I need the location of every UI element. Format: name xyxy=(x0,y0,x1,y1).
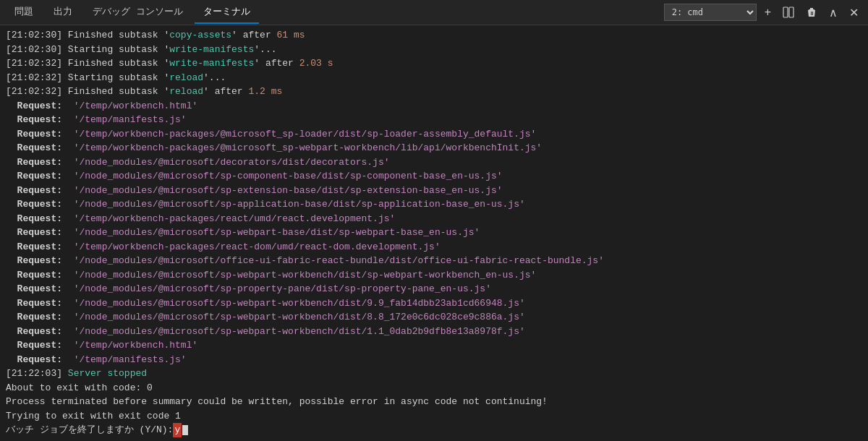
chevron-up-button[interactable]: ∧ xyxy=(825,4,841,21)
svg-rect-0 xyxy=(783,7,788,17)
tab-bar-controls: 2: cmd 1: bash 3: powershell + ∧ ✕ xyxy=(664,4,862,21)
req-15: Request: '/node_modules/@microsoft/sp-we… xyxy=(6,296,862,311)
req-19: Request: '/temp/manifests.js' xyxy=(6,353,862,367)
req-6: Request: '/node_modules/@microsoft/sp-co… xyxy=(6,169,862,184)
req-2: Request: '/temp/manifests.js' xyxy=(6,113,862,127)
exit-code-1-line: Trying to exit with exit code 1 xyxy=(6,409,862,424)
svg-rect-1 xyxy=(789,7,793,17)
req-4: Request: '/temp/workbench-packages/@micr… xyxy=(6,141,862,155)
exit-code-line: About to exit with code: 0 xyxy=(6,381,862,395)
line-2: [21:02:30] Starting subtask 'write-manif… xyxy=(6,43,862,57)
chevron-down-button[interactable]: ✕ xyxy=(846,4,862,21)
terminal-output: [21:02:30] Finished subtask 'copy-assets… xyxy=(0,25,868,441)
process-terminated-line: Process terminated before summary could … xyxy=(6,395,862,409)
cursor xyxy=(182,425,188,435)
req-18: Request: '/temp/workbench.html' xyxy=(6,338,862,353)
req-3: Request: '/temp/workbench-packages/@micr… xyxy=(6,127,862,142)
terminal-selector[interactable]: 2: cmd 1: bash 3: powershell xyxy=(664,4,757,21)
req-16: Request: '/node_modules/@microsoft/sp-we… xyxy=(6,310,862,325)
prompt-input[interactable]: y xyxy=(173,423,182,437)
prompt-line: バッチ ジョブを終了しますか (Y/N): y xyxy=(6,423,862,437)
req-1: Request: '/temp/workbench.html' xyxy=(6,99,862,114)
req-17: Request: '/node_modules/@microsoft/sp-we… xyxy=(6,325,862,339)
tab-debug-console[interactable]: デバッグ コンソール xyxy=(84,1,192,24)
split-terminal-button[interactable] xyxy=(779,5,798,20)
tab-terminal[interactable]: ターミナル xyxy=(195,1,259,24)
line-1: [21:02:30] Finished subtask 'copy-assets… xyxy=(6,28,862,43)
kill-terminal-button[interactable] xyxy=(802,5,821,20)
req-10: Request: '/node_modules/@microsoft/sp-we… xyxy=(6,226,862,240)
new-terminal-button[interactable]: + xyxy=(761,4,775,20)
line-5: [21:02:32] Finished subtask 'reload' aft… xyxy=(6,85,862,99)
req-7: Request: '/node_modules/@microsoft/sp-ex… xyxy=(6,184,862,198)
line-4: [21:02:32] Starting subtask 'reload'... xyxy=(6,71,862,85)
req-11: Request: '/temp/workbench-packages/react… xyxy=(6,240,862,254)
prompt-text: バッチ ジョブを終了しますか (Y/N): xyxy=(6,423,173,437)
req-13: Request: '/node_modules/@microsoft/sp-we… xyxy=(6,268,862,283)
tab-output[interactable]: 出力 xyxy=(45,1,81,24)
req-12: Request: '/node_modules/@microsoft/offic… xyxy=(6,254,862,268)
req-8: Request: '/node_modules/@microsoft/sp-ap… xyxy=(6,197,862,212)
server-stopped: [21:22:03] Server stopped xyxy=(6,367,862,381)
req-14: Request: '/node_modules/@microsoft/sp-pr… xyxy=(6,282,862,296)
tab-problems[interactable]: 問題 xyxy=(6,1,42,24)
line-3: [21:02:32] Finished subtask 'write-manif… xyxy=(6,56,862,71)
req-5: Request: '/node_modules/@microsoft/decor… xyxy=(6,155,862,170)
req-9: Request: '/temp/workbench-packages/react… xyxy=(6,212,862,226)
tab-bar: 問題 出力 デバッグ コンソール ターミナル 2: cmd 1: bash 3:… xyxy=(0,0,868,25)
